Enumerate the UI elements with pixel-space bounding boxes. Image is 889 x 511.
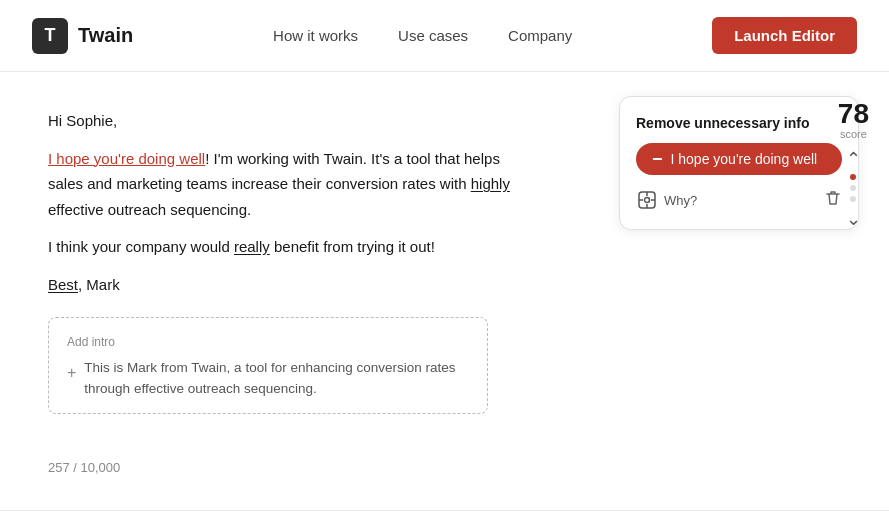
editor-area: Hi Sophie, I hope you're doing well! I'm… — [0, 72, 589, 511]
score-dot-3 — [850, 196, 856, 202]
highlighted-phrase[interactable]: I hope you're doing well — [48, 150, 205, 167]
signature-name: , Mark — [78, 276, 120, 293]
suggestion-title: Remove unnecessary info — [636, 115, 842, 131]
score-dot-1 — [850, 174, 856, 180]
why-area[interactable]: Why? — [636, 189, 697, 211]
score-label: score — [840, 128, 867, 140]
chip-minus-icon: − — [652, 150, 663, 168]
nav-use-cases[interactable]: Use cases — [398, 27, 468, 44]
add-intro-content: + This is Mark from Twain, a tool for en… — [67, 358, 469, 399]
paragraph2-end: benefit from trying it out! — [270, 238, 435, 255]
nav-company[interactable]: Company — [508, 27, 572, 44]
signature-best: Best — [48, 276, 78, 293]
nav-how-it-works[interactable]: How it works — [273, 27, 358, 44]
suggestion-chip[interactable]: − I hope you're doing well — [636, 143, 842, 175]
add-intro-plus-icon: + — [67, 359, 76, 386]
email-signature: Best, Mark — [48, 272, 528, 298]
underlined-word-2: really — [234, 238, 270, 255]
svg-point-1 — [645, 198, 650, 203]
email-paragraph-1: I hope you're doing well! I'm working wi… — [48, 146, 528, 223]
logo-area: T Twain — [32, 18, 133, 54]
nav-links: How it works Use cases Company — [273, 27, 572, 44]
main-content: Hi Sophie, I hope you're doing well! I'm… — [0, 72, 889, 511]
logo-name: Twain — [78, 24, 133, 47]
right-panel: Remove unnecessary info − I hope you're … — [589, 72, 889, 511]
email-paragraph-2: I think your company would really benefi… — [48, 234, 528, 260]
why-text: Why? — [664, 193, 697, 208]
paragraph2-pre: I think your company would — [48, 238, 234, 255]
score-nav-up-icon[interactable]: ⌃ — [846, 150, 861, 168]
suggestion-card: Remove unnecessary info − I hope you're … — [619, 96, 859, 230]
score-nav-down-icon[interactable]: ⌄ — [846, 210, 861, 228]
score-dots — [850, 174, 856, 202]
score-number: 78 — [838, 100, 869, 128]
suggestion-footer: Why? — [636, 189, 842, 211]
add-intro-label: Add intro — [67, 332, 469, 352]
chip-text: I hope you're doing well — [671, 151, 818, 167]
score-dot-2 — [850, 185, 856, 191]
launch-editor-button[interactable]: Launch Editor — [712, 17, 857, 54]
target-icon — [636, 189, 658, 211]
logo-icon: T — [32, 18, 68, 54]
email-body: Hi Sophie, I hope you're doing well! I'm… — [48, 108, 528, 414]
word-count: 257 / 10,000 — [48, 460, 120, 475]
add-intro-text: This is Mark from Twain, a tool for enha… — [84, 358, 469, 399]
add-intro-box[interactable]: Add intro + This is Mark from Twain, a t… — [48, 317, 488, 414]
paragraph1-end: effective outreach sequencing. — [48, 201, 251, 218]
underlined-word: highly — [471, 175, 510, 192]
email-greeting: Hi Sophie, — [48, 108, 528, 134]
header: T Twain How it works Use cases Company L… — [0, 0, 889, 72]
score-area: 78 score ⌃ ⌄ — [838, 100, 869, 228]
